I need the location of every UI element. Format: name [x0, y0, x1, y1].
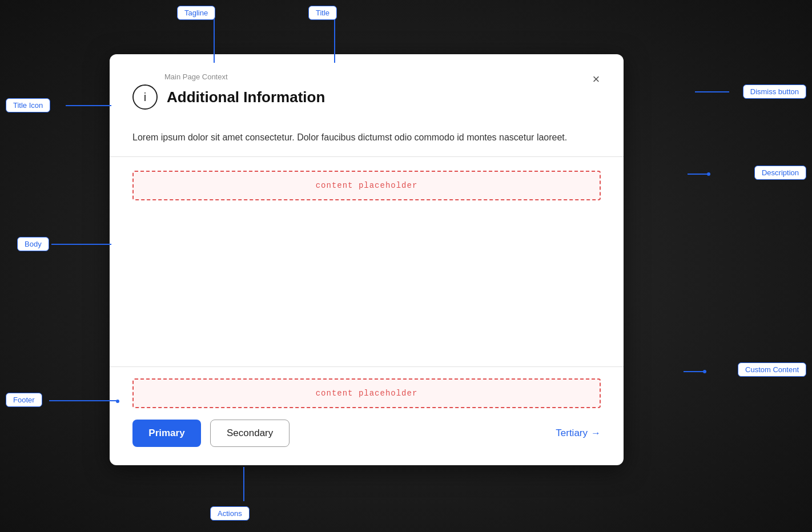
tertiary-button[interactable]: Tertiary → [556, 428, 601, 439]
ann-line-tagline [214, 18, 215, 63]
ann-dot-description [707, 172, 710, 176]
annotation-description: Description [754, 166, 806, 180]
description-text: Lorem ipsum dolor sit amet consectetur. … [132, 130, 601, 145]
ann-line-actions [243, 467, 244, 501]
dismiss-button[interactable]: × [587, 70, 605, 88]
secondary-button[interactable]: Secondary [210, 420, 290, 447]
annotation-title: Title [308, 6, 337, 20]
ann-line-title-icon [66, 105, 111, 106]
footer-actions: Primary Secondary Tertiary → [132, 420, 601, 447]
ann-dot-footer [116, 400, 119, 403]
primary-button[interactable]: Primary [132, 420, 201, 447]
footer-custom-content: content placeholder [132, 378, 601, 408]
annotation-dismiss: Dismiss button [743, 84, 806, 99]
ann-dot-custom [703, 370, 706, 373]
title-icon: i [132, 84, 158, 110]
modal-card: Main Page Context i Additional Informati… [110, 54, 624, 465]
modal-header: Main Page Context i Additional Informati… [110, 54, 624, 121]
annotation-footer: Footer [6, 393, 42, 407]
modal-title-row: i Additional Information [132, 84, 601, 110]
modal-footer: content placeholder Primary Secondary Te… [110, 366, 624, 465]
ann-line-title [334, 18, 335, 63]
modal-title: Additional Information [167, 88, 325, 106]
modal-tagline: Main Page Context [164, 72, 601, 81]
ann-line-body [51, 244, 111, 245]
body-content-placeholder: content placeholder [132, 171, 601, 200]
ann-line-footer [49, 400, 116, 401]
annotation-actions: Actions [210, 506, 250, 521]
ann-line-dismiss [695, 91, 729, 92]
spacer [110, 214, 624, 366]
annotation-body: Body [17, 237, 49, 251]
annotation-tagline: Tagline [177, 6, 215, 20]
modal-description-section: Lorem ipsum dolor sit amet consectetur. … [110, 121, 624, 156]
modal-body: content placeholder [110, 157, 624, 214]
footer-content-placeholder: content placeholder [132, 378, 601, 408]
annotation-custom-content: Custom Content [738, 362, 806, 377]
annotation-title-icon: Title Icon [6, 98, 50, 112]
